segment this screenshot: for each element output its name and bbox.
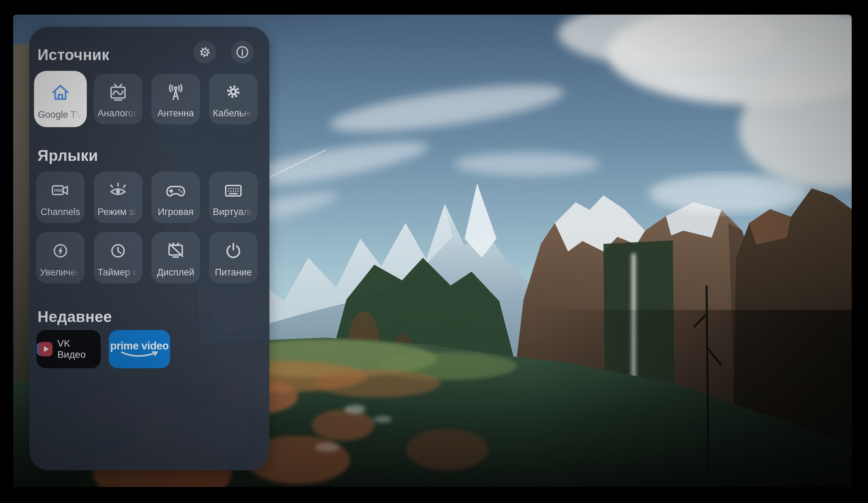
vk-video-logo-icon [36,341,53,357]
keyboard-icon [223,180,244,201]
home-icon [49,81,72,104]
shortcut-tile-eye-mode[interactable]: Режим за [94,172,142,223]
source-tile-label: Google TV [38,109,83,120]
boost-icon [50,240,71,261]
shortcut-tile-label: Виртуальн [213,207,254,217]
gear-icon [197,44,213,60]
source-tile-label: Кабельное [213,108,254,119]
source-tile-google-tv[interactable]: Google TV [34,71,87,127]
shortcut-tile-sleep-timer[interactable]: Таймер сн [94,232,142,283]
source-tile-analog[interactable]: Аналогово [94,74,142,124]
recent-section-title: Недавнее [37,308,112,325]
shortcut-tile-label: Питание [213,267,254,278]
source-section-title: Источник [37,46,109,64]
shortcut-tile-label: Игровая [155,207,196,217]
shortcut-tile-power[interactable]: Питание [209,232,258,283]
tv-screen: Источник Google TV [13,15,852,487]
gamepad-icon [165,180,186,201]
free-channels-icon: FREE [50,180,71,201]
source-tile-antenna[interactable]: Антенна [151,74,200,124]
shortcut-tile-label: Channels [40,207,81,217]
app-tile-vk-video[interactable]: VK Видео [36,330,101,368]
app-tile-label: prime video [110,340,169,351]
source-tile-cable[interactable]: Кабельное [209,74,258,124]
source-panel: Источник Google TV [29,27,269,470]
shortcut-tile-game-mode[interactable]: Игровая [151,172,200,223]
antenna-icon [165,82,186,103]
source-tile-label: Антенна [155,108,196,119]
amazon-smile-icon [119,351,160,358]
svg-text:FREE: FREE [54,189,64,192]
clock-icon [108,240,128,261]
shortcut-tile-display-off[interactable]: Дисплей [151,232,200,283]
eye-icon [108,180,128,201]
shortcuts-section-title: Ярлыки [37,147,98,164]
shortcut-tile-label: Режим за [98,207,139,217]
shortcut-tile-boost[interactable]: Увеличен [36,232,85,283]
cable-gear-icon [223,82,244,103]
info-icon [234,44,250,60]
source-tile-label: Аналогово [98,108,139,119]
display-off-icon [165,240,186,261]
info-button[interactable] [231,41,254,64]
shortcut-tile-label: Дисплей [155,267,196,278]
shortcut-tile-label: Увеличен [40,267,81,278]
app-tile-prime-video[interactable]: prime video [109,330,170,368]
shortcut-tile-channels[interactable]: FREE Channels [36,172,85,223]
shortcut-tile-label: Таймер сн [98,267,139,278]
shortcut-tile-virtual-keyboard[interactable]: Виртуальн [209,172,258,223]
analog-tv-icon [108,82,128,103]
power-icon [223,240,244,261]
settings-button[interactable] [193,41,216,64]
app-tile-label: VK Видео [57,338,101,360]
